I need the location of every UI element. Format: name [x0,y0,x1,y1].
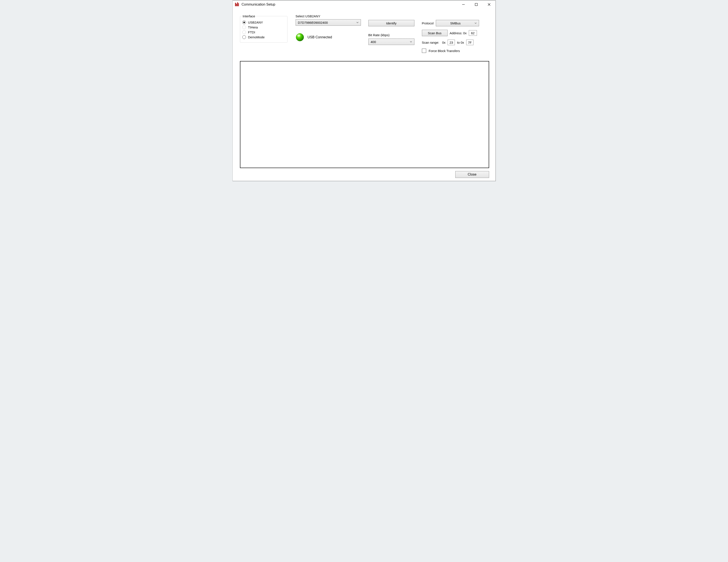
radio-label: TIHera [248,25,258,29]
scan-range-row: Scan range: 0x to 0x [422,40,490,45]
interface-option-ftdi[interactable]: FTDI [242,30,285,34]
address-input[interactable] [469,30,477,36]
configuration-panel: Interface USB2ANY TIHera FTDI DemoMode S… [233,8,496,55]
chevron-down-icon [356,21,359,24]
radio-icon [242,30,246,34]
app-icon [235,2,239,7]
connection-status-text: USB Connected [308,35,332,39]
scan-range-to-input[interactable] [466,40,473,45]
protocol-column: Protocol SMBus Scan Bus Address: 0x Scan… [422,20,490,53]
interface-option-tihera[interactable]: TIHera [242,25,285,29]
close-window-button[interactable] [483,1,496,8]
radio-icon [242,21,246,24]
identify-bitrate-column: Identify Bit Rate (kbps) 400 [368,14,418,45]
protocol-row: Protocol SMBus [422,20,490,26]
connection-status: USB Connected [296,33,364,42]
interface-legend: Interface [242,14,256,18]
svg-rect-2 [236,4,237,6]
usb2any-dropdown[interactable]: D7D7986E09002400 [296,19,361,26]
scan-bus-button-label: Scan Bus [428,31,441,35]
svg-rect-1 [235,3,236,6]
identify-button-label: Identify [386,21,396,25]
svg-rect-6 [475,3,477,6]
protocol-dropdown-value: SMBus [450,21,460,25]
scan-bus-button[interactable]: Scan Bus [422,30,448,36]
close-button-label: Close [468,173,476,176]
scan-range-from-prefix: 0x [442,41,445,44]
scanbus-row: Scan Bus Address: 0x [422,30,490,36]
scan-range-from-input[interactable] [448,40,455,45]
interface-option-usb2any[interactable]: USB2ANY [242,21,285,24]
usb2any-column: Select USB2ANY D7D7986E09002400 [296,14,364,42]
address-label: Address: 0x [450,31,467,35]
protocol-label: Protocol [422,21,434,25]
radio-label: USB2ANY [248,21,263,24]
force-block-label: Force Block Transfers [429,49,460,53]
bitrate-dropdown-value: 400 [371,40,376,44]
radio-label: FTDI [248,30,255,34]
identify-button[interactable]: Identify [368,20,414,26]
chevron-down-icon [474,21,478,25]
bitrate-dropdown[interactable]: 400 [368,39,414,45]
window-buttons [457,1,496,8]
titlebar: Communication Setup [233,1,496,8]
close-button[interactable]: Close [455,171,489,178]
select-usb2any-label: Select USB2ANY [296,14,364,18]
status-led-icon [296,33,304,42]
force-block-checkbox[interactable] [422,49,426,53]
footer: Close [233,168,496,181]
usb2any-dropdown-value: D7D7986E09002400 [298,21,328,24]
svg-rect-3 [237,2,238,6]
window-title: Communication Setup [241,3,457,6]
force-block-row[interactable]: Force Block Transfers [422,49,490,53]
bitrate-label: Bit Rate (kbps) [368,33,418,37]
radio-label: DemoMode [248,35,265,39]
bitrate-block: Bit Rate (kbps) 400 [368,33,418,45]
log-pane[interactable] [240,61,489,168]
interface-group: Interface USB2ANY TIHera FTDI DemoMode [240,14,287,43]
maximize-button[interactable] [470,1,483,8]
radio-icon [242,35,246,39]
chevron-down-icon [409,40,413,44]
scan-range-to-label: to 0x [457,41,464,44]
minimize-button[interactable] [457,1,470,8]
protocol-dropdown[interactable]: SMBus [436,20,479,26]
scan-range-label: Scan range: [422,41,439,44]
interface-option-demomode[interactable]: DemoMode [242,35,285,39]
svg-rect-4 [238,3,239,6]
svg-point-9 [296,33,304,41]
radio-icon [242,25,246,29]
svg-point-10 [297,34,300,37]
communication-setup-window: Communication Setup Interface USB2ANY [232,0,496,181]
